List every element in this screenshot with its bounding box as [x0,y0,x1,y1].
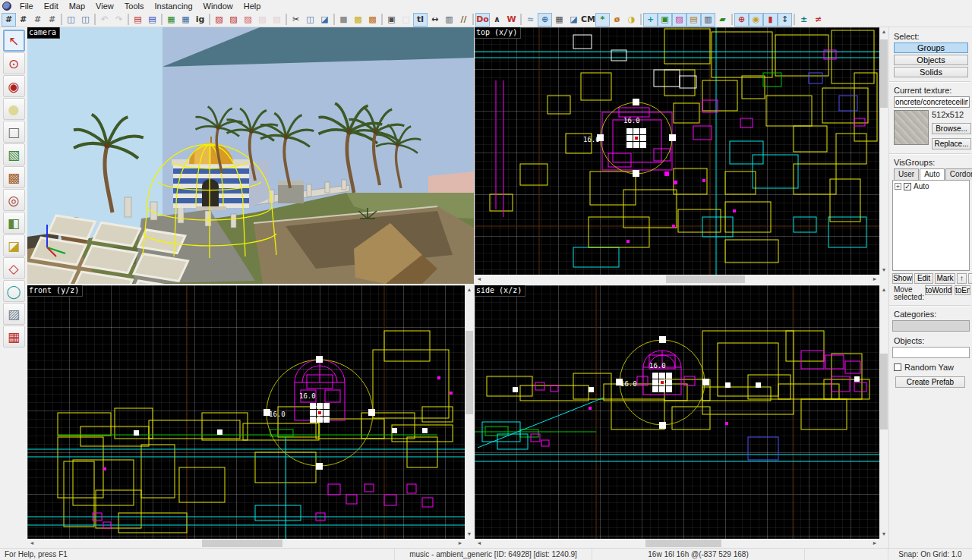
toolbar-button-icon[interactable]: ◑ [624,13,639,27]
menu-item[interactable]: Map [64,0,90,12]
toolbar-button-icon[interactable]: CM [581,13,595,27]
toolbar-button-icon[interactable]: ▤ [145,13,159,27]
toolbar-button-icon[interactable] [94,14,96,25]
toolbar-button-icon[interactable]: ▩ [351,13,365,27]
toolbar-button-icon[interactable] [794,14,795,25]
toolbar-button-icon[interactable]: * [595,13,610,27]
toolbar-button-icon[interactable]: # [16,13,30,27]
entity-icon[interactable] [652,373,672,392]
toolbar-button-icon[interactable]: ↔ [428,13,442,27]
edit-button[interactable]: Edit [914,273,933,284]
objects-dropdown[interactable] [892,347,970,358]
toolbar-button-icon[interactable]: ▦ [178,13,193,27]
top-canvas[interactable]: 16.0 16.0 [475,27,879,275]
toolbar-button-icon[interactable]: ▩ [365,13,380,27]
visgroup-checkbox[interactable]: ✓ [904,183,911,190]
menu-item[interactable]: Tools [119,0,150,12]
toolbar-button-icon[interactable]: tl [413,13,428,27]
toolbar-button-icon[interactable]: # [45,13,59,27]
toolbar-button-icon[interactable]: ◫ [78,13,93,27]
toolbar-button-icon[interactable]: ✂ [289,13,303,27]
toolbar-button-icon[interactable]: ≈ [523,13,538,27]
menu-item[interactable]: File [14,0,39,12]
toolbar-button-icon[interactable]: ▨ [270,13,284,27]
visgroups-tab[interactable]: Cordon [945,168,972,180]
tree-expand-icon[interactable]: + [895,183,901,190]
toolbar-button-icon[interactable]: // [456,13,471,27]
toolbar-button-icon[interactable]: ↶ [97,13,112,27]
texture-name-input[interactable] [894,96,970,108]
toolbar-button-icon[interactable] [731,14,733,25]
browse-button[interactable]: Browse... [932,123,971,134]
menu-item[interactable]: Window [198,0,238,12]
toolbar-button-icon[interactable] [286,14,287,25]
toolbar-button-icon[interactable] [209,14,210,25]
toolbar-button-icon[interactable]: ▤ [686,13,701,27]
toolbar-button-icon[interactable]: ø [610,13,624,27]
toolbar-button-icon[interactable]: ▥ [442,13,456,27]
visgroups-tree[interactable]: + ✓ Auto [892,180,970,271]
toolbar-button-icon[interactable]: ▥ [701,13,715,27]
toolbar-button-icon[interactable]: ◫ [64,13,78,27]
map-tool-icon[interactable]: ⊙ [3,52,25,74]
toolbar-button-icon[interactable]: ■ [336,13,351,27]
toolbar-button-icon[interactable]: ⊕ [734,13,749,27]
toolbar-button-icon[interactable]: ▰ [715,13,730,27]
to-entity-button[interactable]: toEntity [955,285,970,295]
map-tool-icon[interactable]: ● [3,98,25,120]
toolbar-button-icon[interactable]: ▨ [226,13,241,27]
toolbar-button-icon[interactable]: + [643,13,658,27]
move-up-button[interactable]: ↑ [957,273,967,284]
visgroups-tab[interactable]: Auto [920,168,945,180]
toolbar-button-icon[interactable] [520,14,522,25]
map-tool-icon[interactable]: ▧ [3,143,25,165]
toolbar-button-icon[interactable]: ◪ [566,13,581,27]
toolbar-button-icon[interactable]: ▨ [672,13,686,27]
map-tool-icon[interactable]: ▦ [3,326,25,348]
categories-dropdown[interactable] [892,320,970,332]
toolbar-button-icon[interactable]: ∧ [490,13,504,27]
top-vscrollbar[interactable]: ▲ ▼ [879,27,888,275]
toolbar-button-icon[interactable]: ↷ [112,13,126,27]
to-world-button[interactable]: toWorld [925,285,952,295]
map-tool-icon[interactable]: ◎ [3,189,25,211]
toolbar-button-icon[interactable]: Do [475,13,490,27]
side-hscrollbar[interactable]: ◄ ► [475,539,879,548]
menu-item[interactable]: Instancing [149,0,197,12]
toolbar-button-icon[interactable]: ▤ [131,13,145,27]
visgroups-tab[interactable]: User [894,168,919,180]
toolbar-button-icon[interactable] [161,14,163,25]
toolbar-button-icon[interactable]: ▨ [255,13,270,27]
toolbar-button-icon[interactable]: # [2,13,16,27]
replace-button[interactable]: Replace... [932,138,971,149]
front-canvas[interactable]: 16.0 16.0 [27,285,465,539]
toolbar-button-icon[interactable]: ≠ [811,13,825,27]
select-mode-button[interactable]: Objects [894,55,968,65]
map-tool-icon[interactable]: □ [3,121,25,143]
toolbar-button-icon[interactable]: ▦ [164,13,178,27]
toolbar-button-icon[interactable]: ▨ [241,13,255,27]
toolbar-button-icon[interactable]: ◉ [749,13,763,27]
toolbar-button-icon[interactable] [472,14,474,25]
side-vscrollbar[interactable]: ▲ ▼ [879,285,888,539]
map-tool-icon[interactable]: ◇ [3,257,25,279]
select-mode-button[interactable]: Solids [894,67,968,77]
toolbar-button-icon[interactable] [61,14,62,25]
toolbar-button-icon[interactable]: ▣ [658,13,672,27]
map-tool-icon[interactable]: ◪ [3,234,25,256]
select-mode-button[interactable]: Groups [894,42,968,53]
map-tool-icon[interactable]: ◧ [3,212,25,234]
top-hscrollbar[interactable]: ◄ ► [475,275,879,284]
toolbar-button-icon[interactable]: ↕ [778,13,792,27]
toolbar-button-icon[interactable] [381,14,383,25]
move-down-button[interactable]: ↓ [968,273,972,284]
entity-icon[interactable] [310,403,330,423]
toolbar-button-icon[interactable]: ± [797,13,811,27]
front-hscrollbar[interactable]: ◄ ► [27,539,465,548]
toolbar-button-icon[interactable]: □ [399,13,413,27]
menu-item[interactable]: Edit [39,0,64,12]
map-tool-icon[interactable]: ▨ [3,303,25,325]
tree-item-auto[interactable]: + ✓ Auto [895,182,967,190]
mark-button[interactable]: Mark [935,273,955,284]
show-button[interactable]: Show [892,273,913,284]
